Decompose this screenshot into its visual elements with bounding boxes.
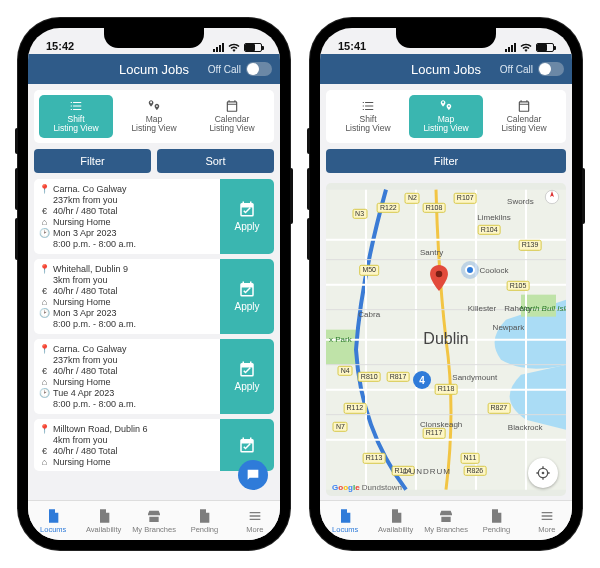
place-label: Killester <box>468 304 496 313</box>
tab-more[interactable]: More <box>230 501 280 540</box>
locate-button[interactable] <box>528 458 558 488</box>
screen-shift: 15:42 Locum Jobs Off Call Shift Listing … <box>28 28 280 540</box>
place-label: DUNDRUM <box>403 466 451 475</box>
job-list[interactable]: 📍Carna. Co Galway 237km from you €40/hr … <box>34 179 274 500</box>
tab-availability[interactable]: Availability <box>370 501 420 540</box>
tab-map-listing[interactable]: Map Listing View <box>117 95 191 138</box>
job-location: Whitehall, Dublin 9 <box>53 264 128 274</box>
map-marker[interactable] <box>429 265 449 295</box>
place-label: Limekilns <box>477 213 510 222</box>
euro-icon: € <box>40 286 49 296</box>
home-icon: ⌂ <box>40 217 49 227</box>
tab-availability[interactable]: Availability <box>78 501 128 540</box>
off-call-label: Off Call <box>208 64 241 75</box>
map[interactable]: M50 N2 N3 N4 N7 N11 R107 R108 R122 R104 … <box>326 183 566 496</box>
wifi-icon <box>520 43 532 52</box>
status-indicators <box>213 43 262 52</box>
apply-button[interactable]: Apply <box>220 259 274 334</box>
apply-button[interactable]: Apply <box>220 179 274 254</box>
place-label: Newpark <box>493 322 525 331</box>
tab-locums-label: Locums <box>332 525 358 534</box>
status-bar: 15:41 <box>320 28 572 54</box>
chat-fab[interactable] <box>238 460 268 490</box>
calendar-icon <box>515 99 533 113</box>
tab-branches[interactable]: My Branches <box>129 501 179 540</box>
pin-icon: 📍 <box>40 264 49 274</box>
calendar-icon <box>223 99 241 113</box>
cellular-icon <box>505 43 516 52</box>
tab-map-listing[interactable]: Map Listing View <box>409 95 483 138</box>
battery-icon <box>244 43 262 52</box>
road-label: N11 <box>461 453 480 463</box>
status-time: 15:42 <box>46 40 74 52</box>
document-icon <box>337 508 353 524</box>
filter-row: Filter <box>326 149 566 173</box>
tab-more-label: More <box>246 525 263 534</box>
job-card[interactable]: 📍Carna. Co Galway 237km from you €40/hr … <box>34 179 274 254</box>
tab-shift-label: Shift Listing View <box>345 115 390 134</box>
job-info: 📍Carna. Co Galway 237km from you €40/hr … <box>34 179 220 254</box>
off-call-toggle[interactable] <box>538 62 564 76</box>
compass-icon[interactable] <box>544 189 560 205</box>
job-date: Mon 3 Apr 2023 <box>53 308 117 318</box>
tab-calendar-listing[interactable]: Calendar Listing View <box>195 95 269 138</box>
tab-shift-listing[interactable]: Shift Listing View <box>39 95 113 138</box>
tab-branches[interactable]: My Branches <box>421 501 471 540</box>
tab-pending[interactable]: Pending <box>179 501 229 540</box>
header-title: Locum Jobs <box>119 62 189 77</box>
tab-branches-label: My Branches <box>424 525 468 534</box>
job-card[interactable]: 📍Milltown Road, Dublin 6 4km from you €4… <box>34 419 274 471</box>
tab-locums[interactable]: Locums <box>320 501 370 540</box>
tab-locums[interactable]: Locums <box>28 501 78 540</box>
job-facility: Nursing Home <box>53 457 111 467</box>
road-label: R810 <box>358 372 381 382</box>
road-label: R117 <box>423 428 446 438</box>
off-call-toggle[interactable] <box>246 62 272 76</box>
road-label: R118 <box>435 384 458 394</box>
app-header: Locum Jobs Off Call <box>28 54 280 84</box>
battery-icon <box>536 43 554 52</box>
status-time: 15:41 <box>338 40 366 52</box>
road-label: R112 <box>343 403 366 413</box>
store-icon <box>146 508 162 524</box>
tab-shift-label: Shift Listing View <box>53 115 98 134</box>
clock-icon: 🕑 <box>40 388 49 398</box>
calendar-check-icon <box>238 200 256 218</box>
credit-sub: Dundstown <box>362 483 402 492</box>
job-info: 📍Whitehall, Dublin 9 3km from you €40/hr… <box>34 259 220 334</box>
map-credit: Google Dundstown <box>332 483 402 492</box>
calendar-check-icon <box>238 436 256 454</box>
calendar-check-icon <box>238 280 256 298</box>
filter-button[interactable]: Filter <box>34 149 151 173</box>
pin-icon: 📍 <box>40 184 49 194</box>
road-label: R827 <box>487 403 510 413</box>
road-label: R104 <box>478 224 501 234</box>
job-pay: 40/hr / 480 Total <box>53 446 117 456</box>
job-card[interactable]: 📍Carna. Co Galway 237km from you €40/hr … <box>34 339 274 414</box>
tab-pending[interactable]: Pending <box>471 501 521 540</box>
job-location: Milltown Road, Dublin 6 <box>53 424 148 434</box>
off-call-control[interactable]: Off Call <box>208 62 272 76</box>
place-label: Sandymount <box>452 372 497 381</box>
tab-more[interactable]: More <box>522 501 572 540</box>
phone-map-view: 15:41 Locum Jobs Off Call Shift Listing … <box>310 18 582 550</box>
filter-button[interactable]: Filter <box>326 149 566 173</box>
view-tabs: Shift Listing View Map Listing View Cale… <box>326 90 566 143</box>
off-call-control[interactable]: Off Call <box>500 62 564 76</box>
sort-button[interactable]: Sort <box>157 149 274 173</box>
tab-shift-listing[interactable]: Shift Listing View <box>331 95 405 138</box>
menu-icon <box>247 508 263 524</box>
job-facility: Nursing Home <box>53 377 111 387</box>
tab-pending-label: Pending <box>483 525 511 534</box>
job-card[interactable]: 📍Whitehall, Dublin 9 3km from you €40/hr… <box>34 259 274 334</box>
road-label: M50 <box>359 265 379 275</box>
tab-map-label: Map Listing View <box>131 115 176 134</box>
job-info: 📍Carna. Co Galway 237km from you €40/hr … <box>34 339 220 414</box>
calendar-check-icon <box>238 360 256 378</box>
tab-calendar-listing[interactable]: Calendar Listing View <box>487 95 561 138</box>
tab-more-label: More <box>538 525 555 534</box>
apply-button[interactable]: Apply <box>220 339 274 414</box>
map-cluster[interactable]: 4 <box>413 371 431 389</box>
road-label: R105 <box>507 281 530 291</box>
tab-locums-label: Locums <box>40 525 66 534</box>
